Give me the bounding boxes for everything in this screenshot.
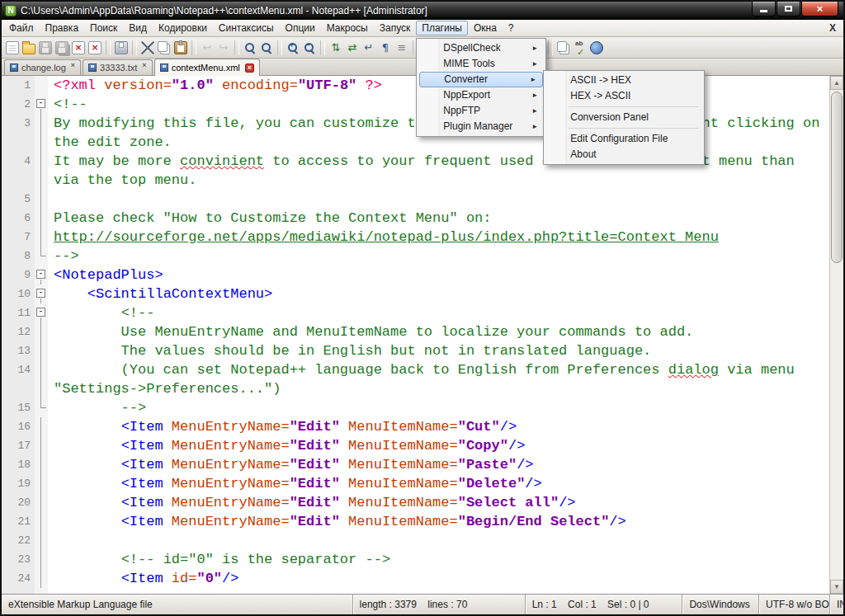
- plugins-menu-item-mime-tools[interactable]: MIME Tools►: [418, 56, 544, 72]
- indent-guide-icon[interactable]: ≡: [395, 41, 408, 54]
- code-line[interactable]: [48, 190, 54, 209]
- code-line[interactable]: <Item MenuEntryName="Edit" MenuItemName=…: [48, 436, 525, 455]
- vertical-scrollbar[interactable]: ▲ ▼: [829, 76, 843, 594]
- fold-collapse-icon[interactable]: -: [36, 270, 45, 279]
- fold-margin[interactable]: -: [35, 284, 48, 303]
- open-file-icon[interactable]: [22, 44, 35, 54]
- plugins-menu-item-converter[interactable]: Converter►ASCII -> HEXHEX -> ASCIIConver…: [419, 72, 543, 87]
- new-file-icon[interactable]: [6, 41, 19, 54]
- find-icon[interactable]: [243, 41, 257, 54]
- undo-icon[interactable]: ↩: [201, 41, 214, 54]
- code-line[interactable]: <!--: [48, 95, 87, 114]
- code-line[interactable]: <?xml version="1.0" encoding="UTF-8" ?>: [48, 76, 382, 95]
- code-line[interactable]: <Item id="0"/>: [48, 569, 238, 588]
- menu-search[interactable]: Поиск: [84, 21, 123, 35]
- print-icon[interactable]: [115, 41, 128, 54]
- fold-margin[interactable]: -: [35, 266, 48, 284]
- code-line[interactable]: <Item MenuEntryName="Edit" MenuItemName=…: [48, 417, 517, 436]
- code-line[interactable]: Please check "How to Customize the Conte…: [48, 209, 492, 228]
- code-line[interactable]: <!-- id="0" is the separator -->: [48, 550, 390, 569]
- plugins-menu-item-plugin-manager[interactable]: Plugin Manager►: [418, 119, 544, 134]
- show-all-chars-icon[interactable]: ¶: [379, 41, 392, 54]
- menu-plugins[interactable]: ПлагиныDSpellCheck►MIME Tools►Converter►…: [416, 21, 468, 35]
- menu-encodings[interactable]: Кодировки: [153, 21, 213, 35]
- plugins-menu-item-nppftp[interactable]: NppFTP►: [418, 103, 544, 119]
- zoom-in-icon[interactable]: +: [286, 41, 300, 54]
- fold-collapse-icon[interactable]: -: [36, 308, 45, 317]
- menu-macros[interactable]: Макросы: [321, 21, 374, 35]
- sync-horizontal-icon[interactable]: ⇄: [346, 41, 359, 54]
- menu-edit[interactable]: Правка: [40, 21, 85, 35]
- copy-icon[interactable]: [158, 41, 168, 52]
- converter-submenu-item-conversion-panel[interactable]: Conversion Panel: [545, 110, 702, 125]
- converter-submenu-item-ascii-to-hex[interactable]: ASCII -> HEX: [545, 73, 702, 88]
- code-line[interactable]: http://sourceforge.net/apps/mediawiki/no…: [48, 228, 719, 247]
- status-typing-mode[interactable]: INS: [829, 595, 843, 614]
- code-line[interactable]: (You can set Notepad++ language back to …: [48, 360, 795, 379]
- sync-vertical-icon[interactable]: ⇅: [329, 41, 342, 54]
- code-line[interactable]: "Settings->Preferences..."): [48, 379, 281, 398]
- code-line[interactable]: via the top menu.: [48, 171, 196, 190]
- code-line[interactable]: <NotepadPlus>: [48, 266, 163, 284]
- replace-icon[interactable]: [260, 41, 273, 54]
- tab-33333-txt[interactable]: 33333.txt×: [83, 59, 153, 75]
- cut-icon[interactable]: [141, 41, 154, 54]
- tab-close-icon[interactable]: ×: [245, 63, 254, 73]
- word-wrap-icon[interactable]: ↵: [362, 41, 375, 54]
- scroll-up-arrow-icon[interactable]: ▲: [830, 76, 843, 90]
- code-line[interactable]: the edit zone.: [48, 133, 172, 152]
- scroll-down-arrow-icon[interactable]: ▼: [830, 580, 843, 594]
- line-number: 7: [2, 228, 35, 247]
- save-file-icon[interactable]: [39, 41, 52, 54]
- converter-submenu-item-about[interactable]: About: [545, 147, 702, 162]
- menu-view[interactable]: Вид: [123, 21, 153, 35]
- menubar-close-button[interactable]: X: [822, 22, 843, 34]
- plugins-menu-item-dspellcheck[interactable]: DSpellCheck►: [418, 40, 544, 56]
- editor[interactable]: 1<?xml version="1.0" encoding="UTF-8" ?>…: [2, 76, 843, 594]
- close-file-icon[interactable]: ×: [72, 41, 85, 54]
- code-line[interactable]: Use MenuEntryName and MenuItemName to lo…: [48, 322, 693, 341]
- tab-change-log[interactable]: change.log×: [4, 59, 81, 75]
- fold-margin[interactable]: -: [35, 303, 48, 322]
- close-button[interactable]: ×: [801, 2, 838, 16]
- code-line[interactable]: [48, 531, 54, 550]
- converter-submenu-item-edit-configuration-file[interactable]: Edit Configuration File: [545, 131, 702, 147]
- tab-contextmenu-xml[interactable]: contextMenu.xml×: [154, 59, 260, 76]
- code-line[interactable]: The values should be in English but not …: [48, 341, 651, 360]
- close-all-icon[interactable]: ×: [88, 41, 101, 54]
- paste-icon[interactable]: [174, 41, 187, 54]
- fold-margin[interactable]: -: [35, 95, 48, 114]
- converter-submenu-item-hex-to-ascii[interactable]: HEX -> ASCII: [545, 88, 702, 104]
- code-line[interactable]: <Item MenuEntryName="Edit" MenuItemName=…: [48, 512, 626, 531]
- doc-switcher-icon[interactable]: [557, 41, 567, 52]
- scrollbar-thumb[interactable]: [831, 92, 843, 263]
- title-bar[interactable]: N C:\Users\Admin\AppData\Roaming\Notepad…: [2, 2, 843, 20]
- plugins-menu-item-nppexport[interactable]: NppExport►: [418, 87, 544, 103]
- nppftp-icon[interactable]: [590, 41, 603, 54]
- tab-close-icon[interactable]: ×: [142, 62, 146, 69]
- code-line[interactable]: <!--: [48, 303, 154, 322]
- code-line[interactable]: -->: [48, 398, 146, 417]
- zoom-out-icon[interactable]: −: [303, 41, 316, 54]
- menu-run[interactable]: Запуск: [374, 21, 417, 35]
- maximize-button[interactable]: [777, 2, 800, 16]
- fold-collapse-icon[interactable]: -: [36, 289, 45, 298]
- fold-collapse-icon[interactable]: -: [36, 99, 45, 108]
- code-line[interactable]: <Item MenuEntryName="Edit" MenuItemName=…: [48, 493, 576, 512]
- menu-file[interactable]: Файл: [3, 21, 40, 35]
- code-line[interactable]: <Item MenuEntryName="Edit" MenuItemName=…: [48, 455, 534, 474]
- minimize-button[interactable]: [752, 2, 776, 16]
- save-all-icon[interactable]: [55, 41, 68, 54]
- menu-help[interactable]: ?: [503, 21, 520, 35]
- status-encoding[interactable]: UTF-8 w/o BOM: [758, 595, 829, 614]
- redo-icon[interactable]: ↪: [217, 41, 230, 54]
- code-line[interactable]: -->: [48, 247, 79, 266]
- code-line[interactable]: <Item MenuEntryName="Edit" MenuItemName=…: [48, 474, 542, 493]
- menu-windows[interactable]: Окна: [468, 21, 503, 35]
- tab-close-icon[interactable]: ×: [71, 62, 75, 69]
- spell-check-icon[interactable]: [574, 41, 587, 54]
- menu-options[interactable]: Опции: [280, 21, 321, 35]
- status-eol-format[interactable]: Dos\Windows: [682, 595, 758, 614]
- code-line[interactable]: <ScintillaContextMenu>: [48, 284, 272, 303]
- menu-syntaxes[interactable]: Синтаксисы: [213, 21, 280, 35]
